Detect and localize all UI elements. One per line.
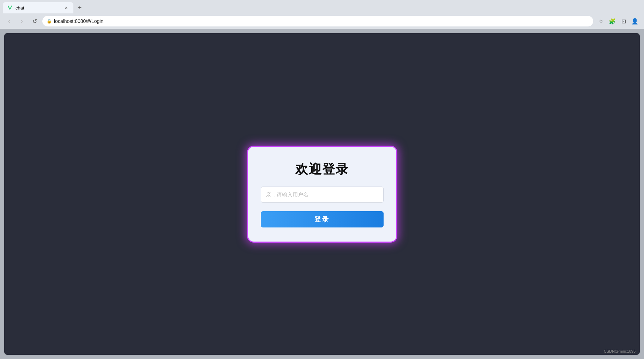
username-input[interactable]: [261, 187, 384, 203]
profile-icon: 👤: [631, 18, 638, 25]
browser-content: 欢迎登录 登录 CSDN@minc1895: [0, 29, 644, 359]
address-text: localhost:8080/#/Login: [54, 18, 589, 24]
address-bar-input[interactable]: 🔒 localhost:8080/#/Login: [42, 16, 593, 26]
toolbar-icons: ☆ 🧩 ⊡ 👤: [596, 16, 640, 26]
page-container: 欢迎登录 登录 CSDN@minc1895: [4, 33, 640, 355]
back-button[interactable]: ‹: [4, 16, 14, 26]
browser-tab[interactable]: chat ✕: [3, 2, 73, 13]
tab-close-button[interactable]: ✕: [63, 5, 69, 11]
split-view-button[interactable]: ⊡: [619, 16, 628, 26]
lock-icon: 🔒: [47, 19, 52, 24]
login-button[interactable]: 登录: [261, 211, 384, 227]
address-bar: ‹ › ↺ 🔒 localhost:8080/#/Login ☆ 🧩 ⊡ 👤: [0, 13, 644, 29]
reload-icon: ↺: [32, 18, 37, 25]
extensions-button[interactable]: 🧩: [607, 16, 617, 26]
login-title: 欢迎登录: [295, 161, 349, 178]
forward-icon: ›: [21, 18, 23, 24]
forward-button[interactable]: ›: [17, 16, 27, 26]
login-card: 欢迎登录 登录: [248, 147, 396, 242]
tab-title: chat: [16, 5, 60, 11]
new-tab-button[interactable]: +: [75, 3, 85, 13]
tab-bar: chat ✕ +: [0, 0, 644, 13]
browser-chrome: chat ✕ + ‹ › ↺ 🔒 localhost:8080/#/Login …: [0, 0, 644, 29]
profile-button[interactable]: 👤: [630, 16, 640, 26]
watermark: CSDN@minc1895: [604, 349, 636, 353]
bookmark-icon: ☆: [598, 18, 603, 25]
extensions-icon: 🧩: [609, 18, 616, 25]
bookmark-button[interactable]: ☆: [596, 16, 606, 26]
reload-button[interactable]: ↺: [30, 16, 40, 26]
split-view-icon: ⊡: [621, 18, 626, 25]
tab-favicon: [7, 5, 13, 11]
back-icon: ‹: [8, 18, 10, 24]
